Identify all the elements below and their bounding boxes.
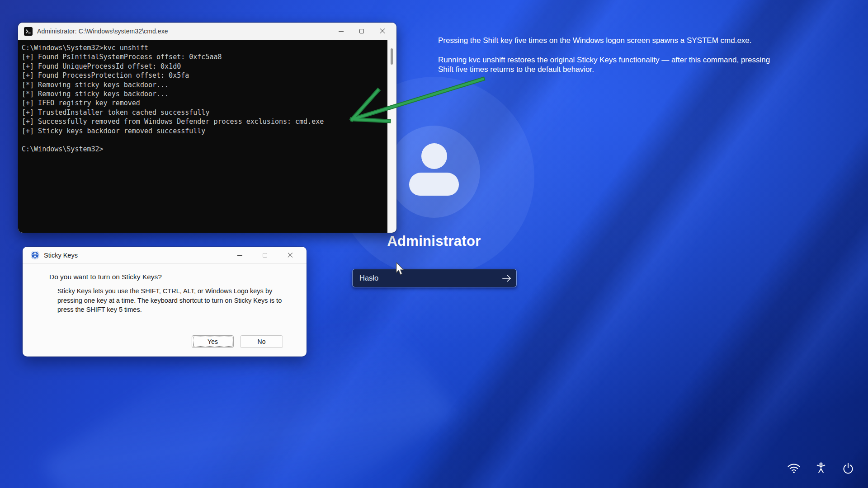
accessibility-icon[interactable] bbox=[813, 460, 829, 476]
sticky-keys-dialog: Sticky Keys Do you want to turn on Stick… bbox=[23, 247, 307, 357]
maximize-icon bbox=[359, 29, 364, 33]
cmd-titlebar[interactable]: Administrator: C:\Windows\system32\cmd.e… bbox=[18, 23, 396, 40]
arrow-right-icon bbox=[501, 274, 512, 282]
username-label: Administrator bbox=[298, 233, 570, 249]
close-icon bbox=[380, 28, 385, 34]
terminal-line: [+] Successfully removed from Windows De… bbox=[22, 117, 324, 126]
dialog-minimize-button[interactable] bbox=[227, 247, 252, 264]
cmd-window-title: Administrator: C:\Windows\system32\cmd.e… bbox=[37, 28, 168, 35]
terminal-prompt: C:\Windows\System32> bbox=[22, 145, 324, 154]
dialog-maximize-button bbox=[252, 247, 278, 264]
wifi-icon[interactable] bbox=[786, 460, 802, 476]
annotation-text: Pressing the Shift key five times on the… bbox=[438, 36, 775, 74]
terminal-scrollbar[interactable] bbox=[387, 40, 396, 233]
terminal-line: [+] IFEO registry key removed bbox=[22, 99, 324, 108]
terminal-line bbox=[22, 136, 324, 145]
annotation-paragraph-1: Pressing the Shift key five times on the… bbox=[438, 36, 775, 45]
terminal-area[interactable]: C:\Windows\System32>kvc unshift [+] Foun… bbox=[18, 40, 396, 233]
terminal-line: [*] Removing sticky keys backdoor... bbox=[22, 89, 324, 99]
windows-logon-screen: Administrator Administr bbox=[0, 0, 868, 488]
scrollbar-thumb[interactable] bbox=[391, 48, 393, 65]
sticky-keys-icon bbox=[30, 250, 40, 260]
password-input[interactable] bbox=[353, 269, 497, 287]
terminal-line: [+] TrustedInstaller token cached succes… bbox=[22, 108, 324, 117]
cmd-minimize-button[interactable] bbox=[330, 23, 351, 40]
terminal-line: [+] Found ProcessProtection offset: 0x5f… bbox=[22, 71, 324, 80]
cmd-maximize-button[interactable] bbox=[351, 23, 372, 40]
cmd-close-button[interactable] bbox=[372, 23, 393, 40]
terminal-output: C:\Windows\System32>kvc unshift [+] Foun… bbox=[18, 40, 324, 154]
dialog-title: Sticky Keys bbox=[44, 252, 78, 259]
cmd-window: Administrator: C:\Windows\system32\cmd.e… bbox=[18, 23, 396, 233]
dialog-close-button[interactable] bbox=[278, 247, 303, 264]
dialog-heading: Do you want to turn on Sticky Keys? bbox=[49, 273, 162, 281]
terminal-line: [+] Found PsInitialSystemProcess offset:… bbox=[22, 52, 324, 61]
dialog-body-text: Sticky Keys lets you use the SHIFT, CTRL… bbox=[57, 286, 290, 314]
terminal-line: C:\Windows\System32>kvc unshift bbox=[22, 43, 324, 52]
yes-button[interactable]: Yes bbox=[192, 335, 234, 348]
terminal-line: [+] Found UniqueProcessId offset: 0x1d0 bbox=[22, 62, 324, 71]
close-icon bbox=[288, 253, 293, 258]
avatar-head bbox=[421, 143, 447, 169]
maximize-icon bbox=[263, 253, 267, 258]
minimize-icon bbox=[339, 31, 344, 31]
terminal-line: [+] Sticky keys backdoor removed success… bbox=[22, 127, 324, 136]
avatar bbox=[388, 126, 480, 218]
minimize-icon bbox=[237, 255, 242, 255]
dialog-titlebar[interactable]: Sticky Keys bbox=[23, 247, 307, 264]
terminal-line: [*] Removing sticky keys backdoor... bbox=[22, 80, 324, 89]
password-field[interactable] bbox=[352, 269, 517, 287]
annotation-paragraph-2: Running kvc unshift restores the origina… bbox=[438, 55, 775, 74]
avatar-body bbox=[409, 173, 459, 196]
system-tray bbox=[786, 460, 856, 476]
no-button[interactable]: No bbox=[240, 335, 283, 348]
submit-arrow-button[interactable] bbox=[497, 269, 516, 287]
power-icon[interactable] bbox=[840, 460, 856, 476]
cmd-app-icon bbox=[24, 27, 33, 36]
